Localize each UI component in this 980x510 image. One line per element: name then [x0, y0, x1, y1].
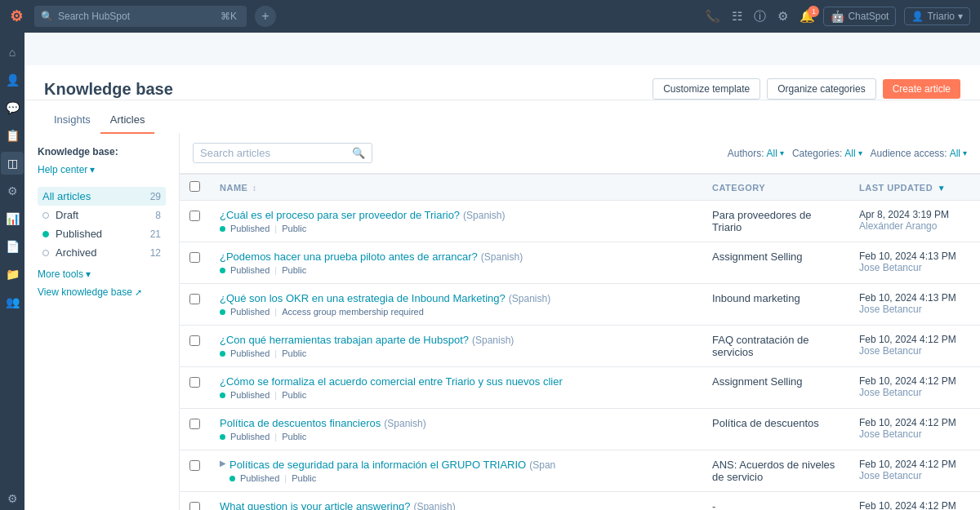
sidebar-item-conversations[interactable]: 💬	[1, 96, 24, 119]
article-title[interactable]: What question is your article answering?	[220, 500, 410, 510]
row-checkbox-cell	[180, 492, 210, 511]
article-visibility: Public	[282, 432, 306, 441]
article-updated-date: Feb 10, 2024 4:13 PM	[859, 292, 970, 304]
article-title[interactable]: ¿Podemos hacer una prueba piloto antes d…	[220, 251, 478, 263]
sidebar-item-library[interactable]: 📄	[1, 235, 24, 258]
row-checkbox[interactable]	[189, 211, 200, 221]
organize-categories-button[interactable]: Organize categories	[767, 78, 875, 100]
sidebar-item-contacts[interactable]: 👤	[1, 69, 24, 91]
row-checkbox[interactable]	[189, 294, 200, 304]
create-article-button[interactable]: Create article	[883, 79, 960, 99]
filter-archived[interactable]: Archived 12	[38, 243, 166, 262]
authors-filter[interactable]: Authors: All ▾	[728, 148, 784, 159]
article-lang: (Spanish)	[463, 210, 505, 221]
view-kb-link[interactable]: View knowledge base ➚	[38, 286, 166, 298]
status-dot	[220, 351, 225, 357]
article-category-cell: FAQ contratación de servicios	[702, 326, 849, 367]
global-search-bar[interactable]: 🔍 Search HubSpot ⌘K	[34, 6, 247, 27]
categories-filter[interactable]: Categories: All ▾	[792, 148, 862, 159]
row-checkbox[interactable]	[189, 335, 200, 346]
page-header: Knowledge base Customize template Organi…	[24, 65, 980, 100]
sort-name-icon: ↕	[252, 184, 257, 193]
expand-icon[interactable]: ▶	[220, 459, 226, 468]
article-category: -	[712, 500, 715, 510]
sidebar-item-service[interactable]: ◫	[1, 152, 24, 175]
article-updated-cell: Apr 8, 2024 3:19 PMAlexánder Arango	[849, 201, 980, 242]
sidebar-item-reports[interactable]: 📊	[1, 207, 24, 230]
row-checkbox[interactable]	[189, 460, 200, 471]
article-category: ANS: Acuerdos de niveles de servicio	[712, 459, 835, 483]
row-checkbox[interactable]	[189, 502, 200, 510]
article-visibility: Public	[282, 390, 306, 400]
user-avatar-icon: 👤	[911, 11, 924, 22]
sidebar-item-home[interactable]: ⌂	[1, 41, 24, 64]
article-status: Published	[230, 390, 270, 400]
article-visibility: Public	[282, 348, 306, 358]
help-icon[interactable]: ⓘ	[754, 9, 766, 24]
notification-badge: 1	[808, 6, 819, 17]
row-checkbox[interactable]	[189, 252, 200, 263]
row-checkbox[interactable]	[189, 377, 200, 388]
help-center-link[interactable]: Help center ▾	[38, 164, 166, 175]
articles-toolbar: 🔍 Authors: All ▾ Categories: All ▾ Audie…	[180, 133, 980, 174]
search-articles-input[interactable]	[200, 147, 347, 159]
sidebar-item-users[interactable]: 👥	[1, 290, 24, 313]
user-menu-button[interactable]: 👤 Triario ▾	[904, 7, 970, 25]
article-name-cell: ▶Políticas de seguridad para la informac…	[210, 450, 702, 492]
article-status: Published	[230, 307, 270, 317]
col-header-last-updated[interactable]: LAST UPDATED ▼	[849, 175, 980, 201]
notifications-icon[interactable]: 🔔 1	[800, 9, 815, 24]
article-category-cell: -	[702, 492, 849, 511]
article-updated-cell: Feb 10, 2024 4:12 PMJose Betancur	[849, 367, 980, 409]
more-tools-link[interactable]: More tools ▾	[38, 268, 166, 280]
grid-icon[interactable]: ☷	[732, 9, 742, 24]
table-row: What question is your article answering?…	[180, 492, 980, 511]
article-category: Assignment Selling	[712, 375, 803, 388]
filter-published[interactable]: Published 21	[38, 224, 166, 243]
search-shortcut: ⌘K	[217, 10, 240, 23]
tab-insights[interactable]: Insights	[44, 107, 100, 134]
select-all-checkbox[interactable]	[189, 181, 200, 192]
row-checkbox-cell	[180, 284, 210, 326]
filter-draft[interactable]: Draft 8	[38, 206, 166, 224]
article-title[interactable]: ¿Qué son los OKR en una estrategia de In…	[220, 292, 506, 304]
header-actions: Customize template Organize categories C…	[653, 78, 960, 100]
customize-template-button[interactable]: Customize template	[653, 78, 760, 100]
add-button[interactable]: +	[255, 6, 276, 27]
article-updated-author: Jose Betancur	[859, 428, 970, 440]
article-updated-author: Jose Betancur	[859, 304, 970, 315]
sidebar-item-automation[interactable]: ⚙	[1, 180, 24, 202]
article-updated-date: Feb 10, 2024 4:12 PM	[859, 500, 970, 510]
article-name-cell: ¿Podemos hacer una prueba piloto antes d…	[210, 242, 702, 284]
settings-icon[interactable]: ⚙	[777, 9, 788, 24]
col-header-name[interactable]: NAME ↕	[210, 175, 702, 201]
col-header-check	[180, 175, 210, 201]
article-title[interactable]: Políticas de seguridad para la informaci…	[229, 459, 526, 471]
content-area: Knowledge base: Help center ▾ All articl…	[24, 133, 980, 510]
article-title[interactable]: Política de descuentos financieros	[220, 417, 381, 429]
article-status: Published	[230, 224, 270, 233]
sidebar-item-folder[interactable]: 📁	[1, 263, 24, 286]
published-dot	[42, 231, 49, 237]
phone-icon[interactable]: 📞	[705, 9, 720, 24]
row-checkbox-cell	[180, 367, 210, 409]
search-placeholder: Search HubSpot	[58, 11, 130, 22]
article-updated-cell: Feb 10, 2024 4:12 PMJose Betancur	[849, 409, 980, 450]
article-updated-date: Feb 10, 2024 4:12 PM	[859, 459, 970, 470]
status-dot	[220, 309, 225, 315]
audience-filter[interactable]: Audience access: All ▾	[871, 148, 967, 159]
row-checkbox[interactable]	[189, 419, 200, 429]
sidebar-item-marketing[interactable]: 📋	[1, 124, 24, 147]
article-lang: (Spanish)	[472, 335, 514, 346]
article-lang: (Span	[529, 459, 555, 471]
filter-all-articles[interactable]: All articles 29	[38, 187, 166, 206]
search-articles-wrap[interactable]: 🔍	[193, 143, 372, 163]
sidebar-item-settings[interactable]: ⚙	[1, 487, 24, 510]
article-updated-date: Apr 8, 2024 3:19 PM	[859, 209, 970, 220]
tab-articles[interactable]: Articles	[100, 107, 155, 134]
article-title[interactable]: ¿Cómo se formaliza el acuerdo comercial …	[220, 375, 563, 388]
chevron-down-icon: ▾	[958, 11, 963, 22]
article-title[interactable]: ¿Con qué herramientas trabajan aparte de…	[220, 334, 469, 346]
article-title[interactable]: ¿Cuál es el proceso para ser proveedor d…	[220, 209, 460, 221]
chatspot-button[interactable]: 🤖 ChatSpot	[823, 7, 896, 26]
